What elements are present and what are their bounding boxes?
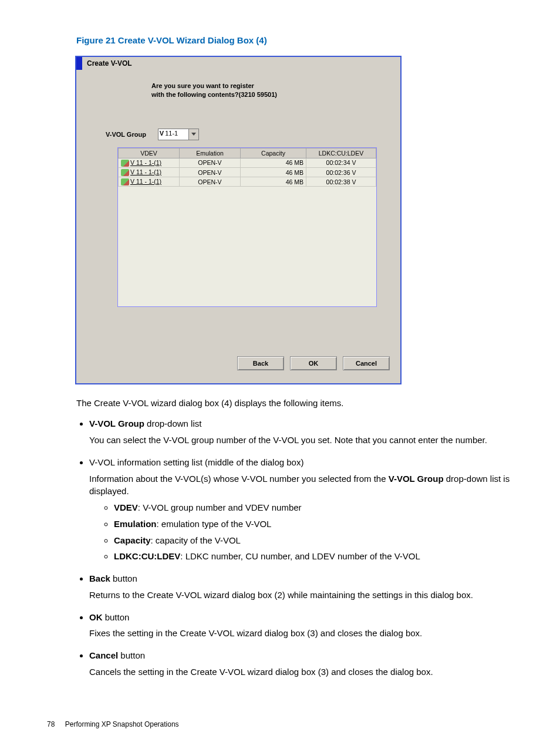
sub-bold: VDEV xyxy=(114,502,138,512)
cancel-button[interactable]: Cancel xyxy=(343,356,390,370)
item-body-pre: Information about the V-VOL(s) whose V-V… xyxy=(89,474,389,484)
item-head-rest: button xyxy=(110,573,137,583)
item-body-bold: V-VOL Group xyxy=(389,474,444,484)
cell-capacity: 46 MB xyxy=(241,158,306,167)
item-head-bold: Back xyxy=(89,573,110,583)
item-head-bold: V-VOL Group xyxy=(89,418,144,428)
sub-rest: : emulation type of the V-VOL xyxy=(157,519,272,529)
figure-caption: Figure 21 Create V-VOL Wizard Dialog Box… xyxy=(76,35,519,45)
sub-bold: Capacity xyxy=(114,535,151,545)
col-vdev[interactable]: VDEV xyxy=(119,148,180,158)
item-head-bold: Cancel xyxy=(89,650,118,660)
volume-icon xyxy=(121,160,129,167)
item-head-rest: button xyxy=(118,650,145,660)
item-body: Fixes the setting in the Create V-VOL wi… xyxy=(89,627,519,640)
page-number: 78 xyxy=(47,720,55,728)
sub-rest: : V-VOL group number and VDEV number xyxy=(138,502,302,512)
cell-capacity: 46 MB xyxy=(241,167,306,177)
create-vvol-dialog: Create V-VOL Are you sure you want to re… xyxy=(75,56,402,384)
cell-emulation: OPEN-V xyxy=(180,167,241,177)
title-marker xyxy=(76,57,82,70)
item-body: Returns to the Create V-VOL wizard dialo… xyxy=(89,589,519,602)
table-row[interactable]: V 11 - 1-(1) OPEN-V 46 MB 00:02:36 V xyxy=(119,167,376,177)
ok-button[interactable]: OK xyxy=(290,356,337,370)
sub-bold: LDKC:CU:LDEV xyxy=(114,551,180,561)
table-row[interactable]: V 11 - 1-(1) OPEN-V 46 MB 00:02:34 V xyxy=(119,158,376,167)
list-item: Cancel button Cancels the setting in the… xyxy=(89,649,519,679)
sub-rest: : LDKC number, CU number, and LDEV numbe… xyxy=(180,551,420,561)
dialog-title: Create V-VOL xyxy=(87,59,132,67)
list-item: Emulation: emulation type of the V-VOL xyxy=(114,518,519,531)
chevron-down-icon xyxy=(191,133,196,136)
intro-text: The Create V-VOL wizard dialog box (4) d… xyxy=(76,397,519,409)
sub-rest: : capacity of the V-VOL xyxy=(151,535,241,545)
col-emulation[interactable]: Emulation xyxy=(180,148,241,158)
sub-list: VDEV: V-VOL group number and VDEV number… xyxy=(101,501,519,563)
list-item: Back button Returns to the Create V-VOL … xyxy=(89,572,519,602)
item-head-bold: OK xyxy=(89,612,103,622)
vvol-group-dropdown[interactable]: V 11-1 xyxy=(158,129,199,140)
volume-icon xyxy=(121,169,129,176)
item-head-rest: drop-down list xyxy=(144,418,202,428)
section-title: Performing XP Snapshot Operations xyxy=(65,720,179,728)
vvol-group-label: V-VOL Group xyxy=(106,131,146,138)
cell-ldev: 00:02:36 V xyxy=(306,167,376,177)
cell-vdev: V 11 - 1-(1) xyxy=(130,159,161,166)
cell-ldev: 00:02:34 V xyxy=(306,158,376,167)
item-body: Cancels the setting in the Create V-VOL … xyxy=(89,666,519,679)
item-list: V-VOL Group drop-down list You can selec… xyxy=(76,417,519,678)
item-head: V-VOL information setting list (middle o… xyxy=(89,457,303,467)
volume-icon xyxy=(121,178,129,185)
list-item: Capacity: capacity of the V-VOL xyxy=(114,534,519,547)
back-button[interactable]: Back xyxy=(237,356,284,370)
col-capacity[interactable]: Capacity xyxy=(241,148,306,158)
sub-bold: Emulation xyxy=(114,519,157,529)
prompt-line-2: with the following contents?(3210 59501) xyxy=(151,91,277,98)
list-item: LDKC:CU:LDEV: LDKC number, CU number, an… xyxy=(114,550,519,563)
table-row[interactable]: V 11 - 1-(1) OPEN-V 46 MB 00:02:38 V xyxy=(119,177,376,187)
dropdown-value: 11-1 xyxy=(165,129,188,140)
list-item: VDEV: V-VOL group number and VDEV number xyxy=(114,501,519,514)
cell-vdev: V 11 - 1-(1) xyxy=(130,178,161,185)
dropdown-button[interactable] xyxy=(188,129,198,140)
item-head-rest: button xyxy=(103,612,130,622)
vvol-table: VDEV Emulation Capacity LDKC:CU:LDEV V 1… xyxy=(118,148,376,187)
list-item: V-VOL Group drop-down list You can selec… xyxy=(89,417,519,447)
cell-vdev: V 11 - 1-(1) xyxy=(130,168,161,175)
item-body: Information about the V-VOL(s) whose V-V… xyxy=(89,472,519,498)
cell-ldev: 00:02:38 V xyxy=(306,177,376,187)
list-item: V-VOL information setting list (middle o… xyxy=(89,456,519,563)
vvol-table-wrapper: VDEV Emulation Capacity LDKC:CU:LDEV V 1… xyxy=(117,147,377,307)
cell-emulation: OPEN-V xyxy=(180,158,241,167)
cell-capacity: 46 MB xyxy=(241,177,306,187)
col-ldev[interactable]: LDKC:CU:LDEV xyxy=(306,148,376,158)
page-footer: 78 Performing XP Snapshot Operations xyxy=(47,720,179,728)
confirm-prompt: Are you sure you want to register with t… xyxy=(151,82,400,99)
cell-emulation: OPEN-V xyxy=(180,177,241,187)
dropdown-prefix: V xyxy=(158,129,165,140)
item-body: You can select the V-VOL group number of… xyxy=(89,434,519,447)
prompt-line-1: Are you sure you want to register xyxy=(151,82,254,89)
list-item: OK button Fixes the setting in the Creat… xyxy=(89,611,519,640)
